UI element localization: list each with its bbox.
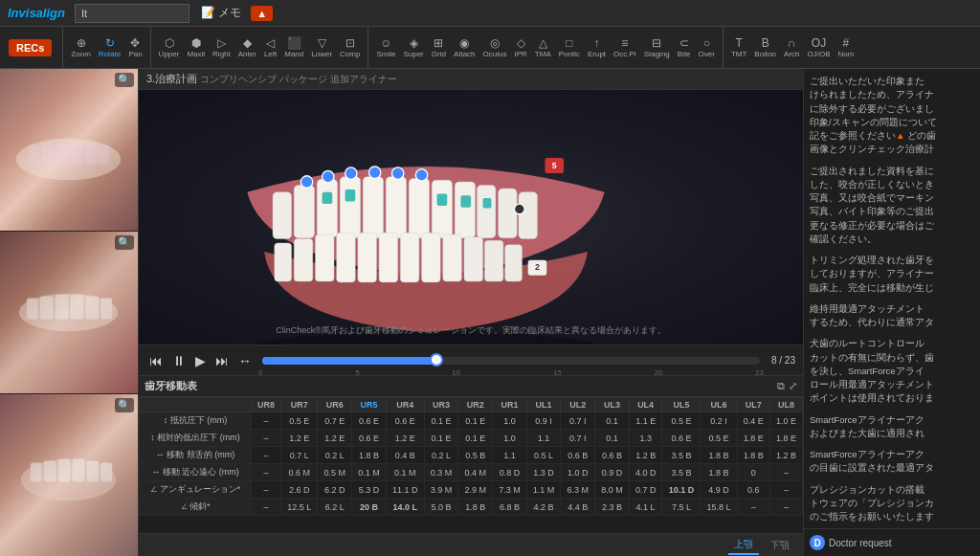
svg-rect-16: [44, 461, 56, 482]
table-row: ↔ 移動 頬舌的 (mm) –0.7 L0.2 L1.8 B0.4 B0.2 L…: [140, 447, 803, 464]
left-photos-panel: 🔍 🔍 �: [0, 69, 139, 556]
ojob-tool[interactable]: OJOJ/OB: [805, 35, 834, 59]
app-logo: Invisalign: [8, 6, 65, 20]
col-ur7: UR7: [281, 398, 318, 412]
staging-tool[interactable]: ⊟Staging: [641, 35, 673, 59]
table-title: 歯牙移動表: [145, 379, 197, 393]
data-table-scroll[interactable]: UR8 UR7 UR6 UR5 UR4 UR3 UR2 UR1 UL1 UL2 …: [139, 397, 803, 532]
tma-tool[interactable]: △TMA: [532, 35, 554, 59]
pontic-tool[interactable]: □Pontic: [556, 35, 583, 59]
doctor-request: D Doctor request: [810, 535, 974, 550]
svg-rect-34: [275, 243, 292, 281]
num-tool[interactable]: #Num: [835, 35, 858, 59]
svg-rect-1: [29, 145, 40, 165]
timeline-container[interactable]: 0 5 10 15 20 23: [258, 357, 764, 365]
ipr-tool[interactable]: ◇IPR: [511, 35, 529, 59]
skip-fwd-btn[interactable]: ⏭: [212, 353, 232, 368]
tmt-tool[interactable]: TTMT: [728, 35, 749, 59]
table-copy-icon[interactable]: ⧉: [777, 380, 785, 392]
tab-upper[interactable]: 上顎: [728, 536, 759, 555]
col-header-label: [140, 398, 252, 412]
svg-rect-27: [386, 177, 406, 238]
col-ul4: UL4: [629, 398, 662, 412]
over-tool[interactable]: ○Over: [696, 35, 718, 59]
pan-tool[interactable]: ✥Pan: [125, 35, 145, 59]
timeline-numbers: 0 5 10 15 20 23: [258, 368, 764, 377]
super-tool[interactable]: ◈Super: [400, 35, 426, 59]
svg-rect-6: [98, 145, 109, 165]
col-ul3: UL3: [595, 398, 630, 412]
lower-tool[interactable]: ▽Lower: [308, 35, 335, 59]
zoom-tool[interactable]: ⊕Zoom: [68, 35, 93, 59]
timeline-track[interactable]: [262, 357, 760, 365]
data-table-section: 歯牙移動表 ⧉ ⤢ UR8 UR7 UR6 UR5 UR4: [139, 375, 803, 533]
doctor-request-label: Doctor request: [829, 538, 892, 548]
svg-rect-41: [422, 233, 441, 282]
right-footer: D Doctor request: [804, 528, 980, 556]
svg-rect-10: [56, 295, 69, 320]
col-ul6: UL6: [701, 398, 737, 412]
col-ur3: UR3: [424, 398, 458, 412]
svg-rect-19: [86, 461, 99, 482]
comp-tool[interactable]: ⊡Comp: [337, 35, 363, 59]
svg-rect-44: [484, 240, 503, 281]
upper-tool[interactable]: ⬡Upper: [156, 35, 183, 59]
svg-rect-43: [464, 237, 483, 281]
table-header-icons: ⧉ ⤢: [777, 380, 797, 392]
file-title-input[interactable]: [75, 4, 189, 23]
viewport-header: 3.治療計画 コンプリヘンシブ パッケージ 追加アライナー: [139, 69, 803, 90]
note-5: 犬歯のルートコントロールカットの有無に関わらず、歯を決し、SmartForceア…: [810, 337, 974, 405]
anter-tool[interactable]: ◆Anter: [235, 35, 259, 59]
treatment-plan-label: 3.治療計画: [146, 72, 197, 86]
svg-rect-49: [460, 195, 471, 207]
rec-section: RECs: [4, 27, 63, 68]
svg-rect-36: [315, 234, 334, 281]
arch-tool[interactable]: ∩Arch: [781, 35, 802, 59]
svg-text:2: 2: [535, 262, 540, 272]
occ-pl-tool[interactable]: ≡Occ.Pl: [611, 35, 639, 59]
note-8: プレシジョンカットの搭載トウェアの「プレシジョンカのご指示をお願いいたします: [810, 483, 974, 524]
smile-tool[interactable]: ☺Smile: [373, 35, 398, 59]
svg-rect-4: [70, 142, 82, 165]
attach-tool[interactable]: ◉Attach: [451, 35, 479, 59]
memo-icon[interactable]: 📝 メモ: [197, 3, 245, 23]
top-bar: Invisalign 📝 メモ ▲: [0, 0, 980, 27]
maxil-tool[interactable]: ⬢Maxil: [184, 35, 208, 59]
photo-slot-top: 🔍: [0, 69, 138, 232]
rec-button[interactable]: RECs: [9, 39, 52, 56]
analysis-tools: TTMT BBolton ∩Arch OJOJ/OB #Num: [724, 27, 861, 68]
table-row: ↕ 相対的低出圧下 (mm) –1.2 E1.2 E0.6 E1.2 E0.1 …: [140, 430, 803, 447]
table-expand-icon[interactable]: ⤢: [789, 380, 797, 392]
loop-btn[interactable]: ↔: [235, 353, 255, 368]
tab-lower[interactable]: 下顎: [765, 537, 795, 554]
rotate-tool[interactable]: ↻Rotate: [96, 35, 124, 59]
pause-btn[interactable]: ⏸: [169, 353, 189, 368]
viewport-3d[interactable]: 5 2 ClinCheck®馬牙および歯牙移動のシミュレーションです。実際の臨床…: [139, 90, 803, 345]
row-label-buccal: ↔ 移動 頬舌的 (mm): [140, 447, 252, 464]
play-btn[interactable]: ▶: [192, 353, 209, 368]
skip-back-btn[interactable]: ⏮: [146, 353, 166, 368]
view-mode-tools: ☺Smile ◈Super ⊞Grid ◉Attach ◎Oculus ◇IPR…: [368, 27, 724, 68]
right-tool[interactable]: ▷Right: [210, 35, 234, 59]
mand-tool[interactable]: ⬛Mand: [281, 35, 306, 59]
bottom-bar: 上顎 下顎: [139, 533, 803, 556]
bolton-tool[interactable]: BBolton: [751, 35, 779, 59]
svg-point-56: [415, 169, 427, 181]
svg-rect-5: [84, 144, 97, 165]
svg-rect-29: [432, 180, 452, 237]
svg-rect-38: [358, 233, 377, 282]
right-panel-content[interactable]: ご提出いただいた印象またけられましたため、アライナに除外する必要がございまし印象…: [804, 69, 980, 528]
erupt-tool[interactable]: ↑Erupt: [585, 35, 609, 59]
grid-tool[interactable]: ⊞Grid: [429, 35, 449, 59]
timeline-thumb[interactable]: [430, 353, 443, 367]
col-ur1: UR1: [493, 398, 527, 412]
left-tool[interactable]: ◁Left: [261, 35, 279, 59]
table-header-row: 歯牙移動表 ⧉ ⤢: [139, 376, 803, 397]
col-ul1: UL1: [526, 398, 561, 412]
row-label-angulation: ∠ アンギュレーション*: [140, 481, 252, 499]
svg-point-53: [345, 167, 357, 179]
bite-tool[interactable]: ⊂Bite: [675, 35, 694, 59]
oculus-tool[interactable]: ◎Oculus: [480, 35, 510, 59]
warning-icon[interactable]: ▲: [251, 6, 273, 21]
svg-rect-18: [72, 459, 84, 482]
